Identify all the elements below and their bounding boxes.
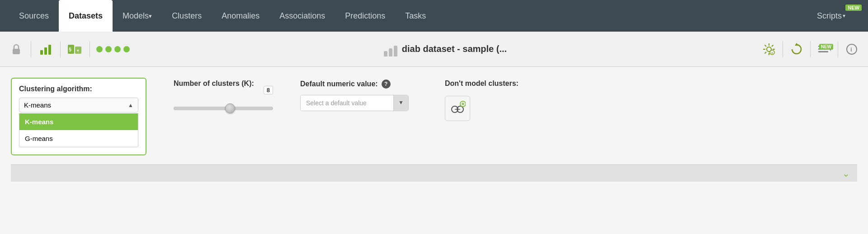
toolbar-sep-right-1: [783, 41, 783, 57]
svg-marker-19: [795, 43, 798, 46]
data-transform-icon[interactable]: § ▾: [67, 41, 83, 57]
toolbar-sep-right-2: [810, 41, 811, 57]
svg-line-15: [772, 45, 774, 47]
settings-icon-wrap: +: [761, 41, 777, 57]
svg-rect-1: [40, 50, 43, 55]
dont-model-section: Don't model clusters:: [445, 78, 519, 121]
toolbar-sep-3: [90, 41, 90, 57]
bar-chart-icon[interactable]: [38, 41, 54, 57]
dont-model-label: Don't model clusters:: [445, 80, 519, 88]
nav-item-clusters[interactable]: Clusters: [162, 0, 212, 32]
main-content: Clustering algorithm: K-means ▲ K-means …: [0, 67, 868, 234]
default-select-arrow-button[interactable]: ▼: [393, 95, 408, 111]
num-clusters-slider-wrap: 8: [174, 96, 273, 110]
default-numeric-section: Default numeric value: ? Select a defaul…: [300, 78, 418, 111]
nav-item-datasets[interactable]: Datasets: [59, 0, 113, 32]
nav-item-associations[interactable]: Associations: [269, 0, 335, 32]
list-new-badge: NEW: [819, 44, 833, 50]
svg-line-13: [765, 45, 767, 47]
default-numeric-label: Default numeric value:: [300, 80, 378, 88]
nav-item-predictions[interactable]: Predictions: [335, 0, 395, 32]
svg-rect-0: [13, 49, 20, 54]
toolbar-title: diab dataset - sample (...: [402, 44, 507, 54]
nav-item-scripts[interactable]: Scripts ▾ NEW: [807, 0, 859, 32]
list-icon-wrap: NEW: [816, 41, 832, 57]
toolbar-sep-right-3: [838, 41, 838, 57]
navbar: Sources Datasets Models Clusters Anomali…: [0, 0, 868, 32]
info-icon[interactable]: i: [844, 41, 860, 57]
lock-icon[interactable]: [8, 41, 24, 57]
svg-text:i: i: [850, 46, 852, 53]
nav-item-anomalies[interactable]: Anomalies: [212, 0, 269, 32]
algorithm-dropdown: K-means G-means: [19, 113, 138, 147]
toolbar-title-area: diab dataset - sample (...: [134, 42, 756, 56]
svg-text:▾: ▾: [77, 48, 79, 53]
bottom-bar: ⌄: [11, 164, 857, 182]
toolbar-right: + NEW: [761, 41, 860, 57]
settings-icon[interactable]: +: [761, 41, 777, 57]
dataset-bars-icon: [384, 42, 397, 56]
selected-algorithm-text: K-means: [24, 101, 51, 109]
dropdown-option-kmeans[interactable]: K-means: [19, 113, 138, 130]
help-icon[interactable]: ?: [382, 80, 391, 89]
clustering-algorithm-label: Clustering algorithm:: [19, 85, 138, 93]
dot-2: [105, 46, 112, 52]
dot-1: [96, 46, 103, 52]
clustering-algorithm-box: Clustering algorithm: K-means ▲ K-means …: [11, 78, 146, 155]
num-clusters-section: Number of clusters (K): 8: [174, 78, 273, 110]
clustering-algorithm-select[interactable]: K-means ▲: [19, 98, 138, 112]
default-numeric-label-row: Default numeric value: ?: [300, 80, 418, 89]
default-numeric-placeholder: Select a default value: [306, 99, 367, 107]
nav-item-models[interactable]: Models: [113, 0, 162, 32]
svg-line-16: [765, 52, 767, 54]
dont-model-button[interactable]: [445, 96, 470, 121]
slider-fill: [174, 107, 233, 110]
toolbar-sep-2: [60, 41, 61, 57]
default-numeric-select[interactable]: Select a default value: [301, 95, 393, 111]
scripts-new-badge: NEW: [845, 5, 862, 11]
svg-rect-3: [48, 45, 51, 55]
refresh-icon[interactable]: [788, 41, 805, 57]
clustering-row: Clustering algorithm: K-means ▲ K-means …: [11, 78, 857, 164]
dot-3: [114, 46, 121, 52]
scripts-dropdown-arrow-icon: ▾: [843, 13, 845, 19]
dropdown-option-gmeans[interactable]: G-means: [19, 130, 138, 147]
num-clusters-label: Number of clusters (K):: [174, 80, 273, 88]
toolbar-sep-1: [31, 41, 31, 57]
default-select-row: Select a default value ▼: [300, 95, 409, 111]
nav-item-tasks[interactable]: Tasks: [395, 0, 436, 32]
num-clusters-value: 8: [264, 86, 273, 94]
num-clusters-slider-track[interactable]: [174, 107, 273, 110]
bottom-chevron-icon[interactable]: ⌄: [842, 168, 850, 179]
toolbar: § ▾ diab dataset - sample (...: [0, 32, 868, 67]
progress-dots: [96, 46, 130, 52]
nav-item-sources[interactable]: Sources: [9, 0, 59, 32]
svg-text:§: §: [69, 47, 71, 52]
slider-thumb[interactable]: [225, 103, 235, 113]
svg-rect-22: [818, 51, 828, 52]
svg-text:+: +: [771, 51, 774, 55]
svg-rect-2: [44, 47, 47, 55]
select-arrow-icon: ▲: [128, 102, 133, 108]
dot-4: [123, 46, 130, 52]
